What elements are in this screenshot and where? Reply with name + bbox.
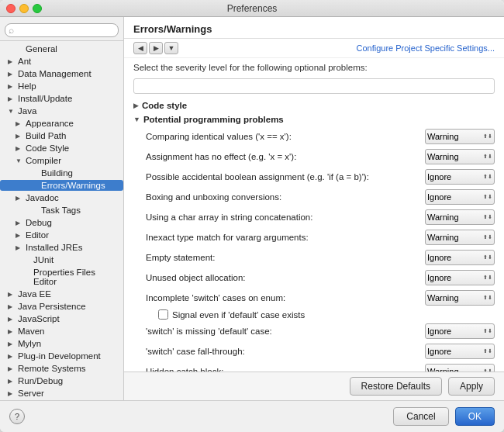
setting-label-empty-statement: Empty statement: (146, 253, 425, 262)
arrow-icon: ▶ (8, 365, 16, 372)
setting-select-hidden-catch[interactable]: ErrorWarningIgnoreInfo (425, 364, 495, 372)
setting-select-switch-fallthrough[interactable]: ErrorWarningIgnoreInfo (425, 344, 495, 359)
setting-row-comparing-identical: Comparing identical values ('x == x'):Er… (143, 126, 495, 147)
sidebar-item-editor[interactable]: ▶Editor (0, 229, 123, 241)
setting-select-accidental-boolean[interactable]: ErrorWarningIgnoreInfo (425, 169, 495, 185)
sidebar-item-label: Java EE (18, 289, 51, 299)
setting-select-boxing-unboxing[interactable]: ErrorWarningIgnoreInfo (425, 189, 495, 205)
section-title: Potential programming problems (143, 115, 284, 124)
sidebar-item-label: JUnit (33, 255, 54, 264)
sidebar-item-java-ee[interactable]: ▶Java EE (0, 288, 123, 300)
restore-defaults-button[interactable]: Restore Defaults (350, 377, 442, 396)
sidebar-item-label: Task Tags (41, 206, 81, 215)
sidebar-item-label: Build Path (26, 131, 66, 140)
arrow-icon: ▶ (8, 390, 16, 397)
setting-select-vararg-inexact[interactable]: ErrorWarningIgnoreInfo (425, 230, 495, 245)
arrow-icon: ▶ (8, 303, 16, 310)
tree-container: General▶Ant▶Data Management▶Help▶Install… (0, 43, 123, 400)
sidebar-item-javadoc[interactable]: ▶Javadoc (0, 192, 123, 204)
sidebar-item-label: Editor (26, 230, 49, 240)
arrow-icon: ▶ (8, 316, 16, 323)
preferences-window: Preferences General▶Ant▶Data Management▶… (0, 0, 504, 432)
sidebar-item-label: Install/Update (18, 94, 72, 103)
section-arrow-icon: ▶ (133, 102, 139, 109)
sidebar-item-remote-systems[interactable]: ▶Remote Systems (0, 362, 123, 375)
section-header-code-style[interactable]: ▶Code style (133, 98, 495, 112)
sidebar-item-properties-editor[interactable]: Properties Files Editor (0, 266, 123, 288)
minimize-button[interactable] (19, 4, 29, 13)
ok-button[interactable]: OK (455, 407, 495, 426)
arrow-icon: ▶ (8, 95, 16, 102)
sidebar-item-appearance[interactable]: ▶Appearance (0, 117, 123, 130)
sidebar-item-label: Help (18, 81, 36, 91)
section-header-potential-problems[interactable]: ▼Potential programming problems (133, 112, 495, 126)
setting-select-switch-enum[interactable]: ErrorWarningIgnoreInfo (425, 290, 495, 306)
arrow-icon: ▶ (16, 145, 23, 152)
section-code-style: ▶Code style (133, 98, 495, 112)
select-wrapper-switch-fallthrough: ErrorWarningIgnoreInfo (425, 344, 495, 359)
arrow-icon: ▶ (8, 328, 16, 335)
sidebar-item-general[interactable]: General (0, 43, 123, 55)
setting-select-unused-allocation[interactable]: ErrorWarningIgnoreInfo (425, 270, 495, 285)
arrow-icon: ▶ (8, 291, 16, 298)
setting-row-switch-missing-default: 'switch' is missing 'default' case:Error… (143, 321, 495, 341)
nav-forward-button[interactable]: ▶ (149, 42, 163, 54)
sidebar-item-junit[interactable]: JUnit (0, 254, 123, 266)
nav-dropdown-button[interactable]: ▼ (164, 42, 178, 54)
sidebar-item-errors-warnings[interactable]: Errors/Warnings (0, 179, 123, 192)
setting-label-assignment-no-effect: Assignment has no effect (e.g. 'x = x'): (146, 152, 425, 161)
search-input[interactable] (5, 23, 119, 37)
close-button[interactable] (6, 4, 16, 13)
page-title: Errors/Warnings (133, 23, 495, 35)
sidebar-item-mylyn[interactable]: ▶Mylyn (0, 337, 123, 350)
setting-row-empty-statement: Empty statement:ErrorWarningIgnoreInfo (143, 247, 495, 268)
sidebar-item-plugin-dev[interactable]: ▶Plug-in Development (0, 350, 123, 362)
sidebar-item-ant[interactable]: ▶Ant (0, 55, 123, 67)
setting-select-char-array-string[interactable]: ErrorWarningIgnoreInfo (425, 209, 495, 225)
setting-select-assignment-no-effect[interactable]: ErrorWarningIgnoreInfo (425, 149, 495, 164)
setting-select-switch-missing-default[interactable]: ErrorWarningIgnoreInfo (425, 323, 495, 339)
sidebar-item-data-mgmt[interactable]: ▶Data Management (0, 67, 123, 80)
setting-row-hidden-catch: Hidden catch block:ErrorWarningIgnoreInf… (143, 361, 495, 372)
section-potential-problems: ▼Potential programming problemsComparing… (133, 112, 495, 372)
sidebar-item-build-path[interactable]: ▶Build Path (0, 130, 123, 142)
setting-row-unused-allocation: Unused object allocation:ErrorWarningIgn… (143, 268, 495, 288)
sidebar-item-building[interactable]: Building (0, 167, 123, 179)
setting-label-switch-enum: Incomplete 'switch' cases on enum: (146, 293, 425, 302)
sidebar-item-installed-jres[interactable]: ▶Installed JREs (0, 241, 123, 254)
setting-label-unused-allocation: Unused object allocation: (146, 273, 425, 282)
configure-link[interactable]: Configure Project Specific Settings... (356, 43, 495, 53)
select-wrapper-switch-enum: ErrorWarningIgnoreInfo (425, 290, 495, 306)
setting-label-boxing-unboxing: Boxing and unboxing conversions: (146, 192, 425, 202)
sidebar-item-help[interactable]: ▶Help (0, 80, 123, 92)
sidebar-item-code-style[interactable]: ▶Code Style (0, 142, 123, 154)
help-button[interactable]: ? (9, 409, 25, 424)
maximize-button[interactable] (33, 4, 42, 13)
setting-row-vararg-inexact: Inexact type match for vararg arguments:… (143, 227, 495, 247)
setting-row-accidental-boolean: Possible accidental boolean assignment (… (143, 167, 495, 187)
sidebar-item-install-update[interactable]: ▶Install/Update (0, 92, 123, 105)
setting-select-comparing-identical[interactable]: ErrorWarningIgnoreInfo (425, 129, 495, 144)
nav-arrows: ◀ ▶ ▼ (133, 42, 178, 54)
sidebar-item-maven[interactable]: ▶Maven (0, 325, 123, 337)
select-wrapper-assignment-no-effect: ErrorWarningIgnoreInfo (425, 149, 495, 164)
sidebar-item-java-persistence[interactable]: ▶Java Persistence (0, 300, 123, 313)
checkbox-switch-default-checkbox[interactable] (158, 309, 168, 320)
sidebar-item-java[interactable]: ▼Java (0, 105, 123, 117)
nav-row: ◀ ▶ ▼ Configure Project Specific Setting… (124, 39, 504, 58)
cancel-button[interactable]: Cancel (393, 407, 448, 426)
checkbox-label-switch-default-checkbox: Signal even if 'default' case exists (172, 310, 305, 320)
setting-label-char-array-string: Using a char array in string concatenati… (146, 213, 425, 222)
sidebar: General▶Ant▶Data Management▶Help▶Install… (0, 17, 124, 400)
filter-input[interactable] (133, 78, 495, 94)
arrow-icon: ▶ (8, 340, 16, 347)
sidebar-item-server[interactable]: ▶Server (0, 387, 123, 399)
sidebar-item-compiler[interactable]: ▼Compiler (0, 154, 123, 167)
sidebar-item-debug[interactable]: ▶Debug (0, 216, 123, 229)
sidebar-item-run-debug[interactable]: ▶Run/Debug (0, 375, 123, 387)
sidebar-item-javascript[interactable]: ▶JavaScript (0, 313, 123, 325)
nav-back-button[interactable]: ◀ (133, 42, 147, 54)
apply-button[interactable]: Apply (448, 377, 495, 396)
setting-select-empty-statement[interactable]: ErrorWarningIgnoreInfo (425, 250, 495, 265)
sidebar-item-task-tags[interactable]: Task Tags (0, 204, 123, 216)
